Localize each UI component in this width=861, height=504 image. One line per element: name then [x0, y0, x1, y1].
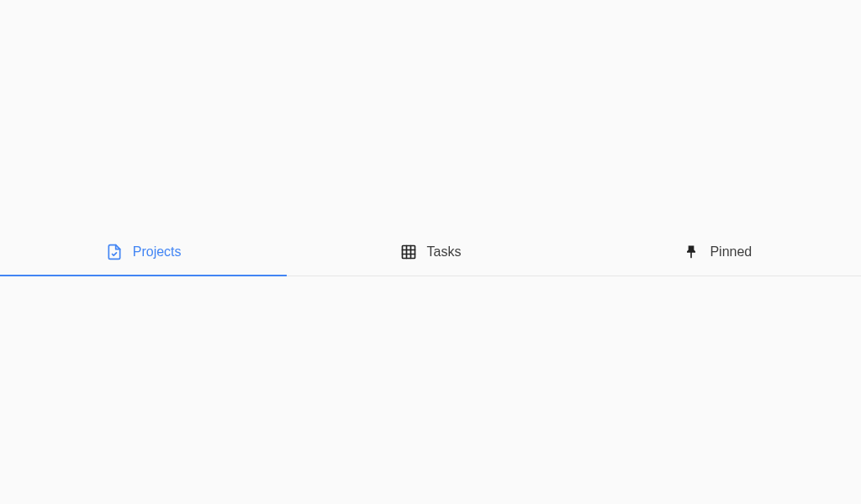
tab-pinned[interactable]: Pinned: [574, 228, 861, 276]
pin-icon: [683, 244, 700, 260]
tab-tasks-label: Tasks: [427, 244, 462, 260]
tab-projects-label: Projects: [133, 244, 182, 260]
tab-projects[interactable]: Projects: [0, 228, 287, 276]
file-check-icon: [106, 244, 123, 260]
svg-rect-0: [402, 245, 415, 258]
tab-pinned-label: Pinned: [710, 244, 752, 260]
grid-icon: [400, 244, 417, 260]
tab-tasks[interactable]: Tasks: [287, 228, 573, 276]
tabs-container: Projects Tasks Pinned: [0, 228, 861, 276]
